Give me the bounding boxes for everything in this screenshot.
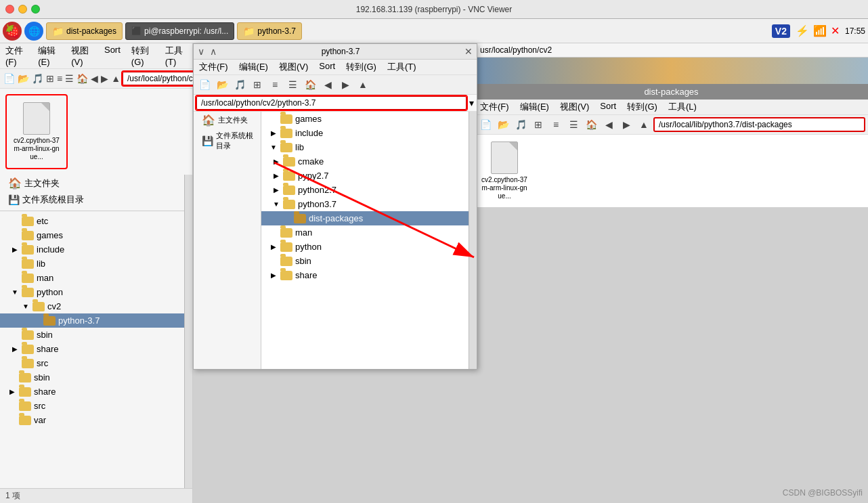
grid-view-btn[interactable]: ⊞ (45, 70, 55, 87)
taskbar-tab-terminal[interactable]: ⬛ pi@raspberrypi: /usr/l... (125, 22, 234, 40)
left-scrollbar[interactable] (184, 175, 192, 488)
center-toggle-share[interactable]: ▶ (269, 271, 278, 279)
center-menu-sort[interactable]: Sort (319, 61, 335, 73)
tree-item-src2[interactable]: src (0, 399, 184, 413)
center-up[interactable]: ▲ (355, 76, 371, 93)
center-address-dropdown[interactable]: ▾ (469, 97, 474, 108)
center-tree-dist-packages[interactable]: dist-packages (261, 211, 469, 225)
toggle-share1[interactable]: ▶ (11, 345, 19, 353)
center-close[interactable]: ✕ (464, 46, 473, 57)
center-toggle-python37[interactable]: ▼ (272, 200, 280, 208)
maximize-button[interactable] (31, 5, 40, 14)
center-tree-games[interactable]: games (261, 112, 469, 126)
center-sidebar-home[interactable]: 🏠 主文件夹 (194, 112, 261, 129)
right-file-item[interactable]: cv2.cpython-37m-arm-linux-gnue... (477, 137, 531, 204)
left-file-item[interactable]: cv2.cpython-37m-arm-linux-gnue... (9, 98, 64, 165)
tree-item-include[interactable]: ▶ include (0, 242, 184, 257)
right-home[interactable]: 🏠 (583, 116, 599, 133)
menu-file-left[interactable]: 文件(F) (5, 45, 27, 67)
center-tree-man[interactable]: man (261, 225, 469, 240)
taskbar-tab-python37[interactable]: 📁 python-3.7 (237, 22, 302, 40)
tree-item-src1[interactable]: src (0, 356, 184, 370)
center-list[interactable]: ≡ (267, 76, 283, 93)
forward-btn[interactable]: ▶ (100, 70, 109, 87)
center-address-input[interactable] (196, 96, 466, 110)
center-menu-goto[interactable]: 转到(G) (346, 61, 376, 73)
center-menu-view[interactable]: 视图(V) (279, 61, 308, 73)
toggle-include[interactable]: ▶ (11, 246, 19, 253)
center-sidebar-fs[interactable]: 💾 文件系统根目录 (194, 129, 261, 153)
taskbar-tab-dist-packages[interactable]: 📁 dist-packages (46, 22, 123, 40)
center-tree-lib[interactable]: ▼ lib (261, 140, 469, 154)
center-new-folder[interactable]: 📄 (196, 76, 213, 93)
center-tree-python37[interactable]: ▼ python3.7 (261, 197, 469, 211)
new-folder-btn[interactable]: 📄 (3, 70, 16, 87)
close-button[interactable] (5, 5, 14, 14)
center-back[interactable]: ◀ (320, 76, 336, 93)
center-grid[interactable]: ⊞ (249, 76, 265, 93)
center-tree-cmake[interactable]: ▶ cmake (261, 154, 469, 169)
center-tree-include[interactable]: ▶ include (261, 126, 469, 140)
right-menu-file[interactable]: 文件(F) (480, 101, 509, 113)
center-chevron-down[interactable]: ∨ (198, 46, 204, 57)
center-toggle-lib[interactable]: ▼ (269, 144, 278, 151)
right-menu-edit[interactable]: 编辑(E) (520, 101, 549, 113)
right-up[interactable]: ▲ (636, 116, 652, 133)
right-menu-tools[interactable]: 工具(L) (668, 101, 697, 113)
tree-item-share2[interactable]: ▶ share (0, 385, 184, 399)
tree-item-python[interactable]: ▼ python (0, 285, 184, 299)
center-menu-edit[interactable]: 编辑(E) (239, 61, 268, 73)
menu-view-left[interactable]: 视图(V) (71, 45, 93, 67)
center-toggle-pypy27[interactable]: ▶ (272, 172, 280, 179)
sidebar-home-left[interactable]: 🏠 主文件夹 (0, 175, 184, 192)
detail-view-btn[interactable]: ☰ (64, 70, 74, 87)
tree-item-var[interactable]: var (0, 413, 184, 427)
right-menu-view[interactable]: 视图(V) (560, 101, 589, 113)
center-open[interactable]: 📂 (214, 76, 230, 93)
back-btn[interactable]: ◀ (90, 70, 99, 87)
center-forward[interactable]: ▶ (337, 76, 353, 93)
right-audio[interactable]: 🎵 (513, 116, 529, 133)
center-audio[interactable]: 🎵 (232, 76, 248, 93)
window-controls[interactable] (5, 5, 40, 14)
right-back[interactable]: ◀ (601, 116, 617, 133)
tree-item-cv2[interactable]: ▼ cv2 (0, 299, 184, 313)
right-grid[interactable]: ⊞ (530, 116, 546, 133)
toggle-python[interactable]: ▼ (11, 288, 19, 296)
audio-btn[interactable]: 🎵 (31, 70, 44, 87)
tree-item-man[interactable]: man (0, 271, 184, 285)
right-new-folder[interactable]: 📄 (477, 116, 494, 133)
right-address-input[interactable] (653, 117, 865, 132)
tree-item-share1[interactable]: ▶ share (0, 342, 184, 356)
sidebar-fs-left[interactable]: 💾 文件系统根目录 (0, 192, 184, 208)
center-minimize[interactable]: ∧ (210, 46, 217, 57)
up-btn[interactable]: ▲ (110, 70, 121, 87)
right-open[interactable]: 📂 (495, 116, 511, 133)
center-menu-file[interactable]: 文件(F) (199, 61, 228, 73)
center-tree-python27[interactable]: ▶ python2.7 (261, 183, 469, 197)
right-detail[interactable]: ☰ (565, 116, 582, 133)
tree-item-games[interactable]: games (0, 228, 184, 242)
center-toggle-python27[interactable]: ▶ (272, 186, 280, 194)
right-forward[interactable]: ▶ (618, 116, 634, 133)
tree-item-etc[interactable]: etc (0, 214, 184, 228)
browser-icon[interactable]: 🌐 (24, 22, 43, 41)
menu-edit-left[interactable]: 编辑(E) (38, 45, 60, 67)
right-menu-sort[interactable]: Sort (600, 101, 616, 113)
list-view-btn[interactable]: ≡ (56, 70, 63, 87)
center-tree-share[interactable]: ▶ share (261, 268, 469, 282)
menu-goto-left[interactable]: 转到(G) (131, 45, 154, 67)
center-toggle-python[interactable]: ▶ (269, 243, 278, 250)
open-btn[interactable]: 📂 (17, 70, 30, 87)
tree-item-sbin1[interactable]: sbin (0, 328, 184, 342)
center-toggle-include[interactable]: ▶ (269, 129, 278, 137)
center-toggle-cmake[interactable]: ▶ (272, 158, 280, 165)
minimize-button[interactable] (18, 5, 27, 14)
menu-sort-left[interactable]: Sort (104, 45, 121, 67)
center-tree-python[interactable]: ▶ python (261, 240, 469, 254)
center-detail[interactable]: ☰ (284, 76, 301, 93)
menu-tools-left[interactable]: 工具(T) (165, 45, 187, 67)
home-btn[interactable]: 🏠 (76, 70, 89, 87)
center-home[interactable]: 🏠 (302, 76, 318, 93)
toggle-cv2[interactable]: ▼ (22, 303, 30, 310)
